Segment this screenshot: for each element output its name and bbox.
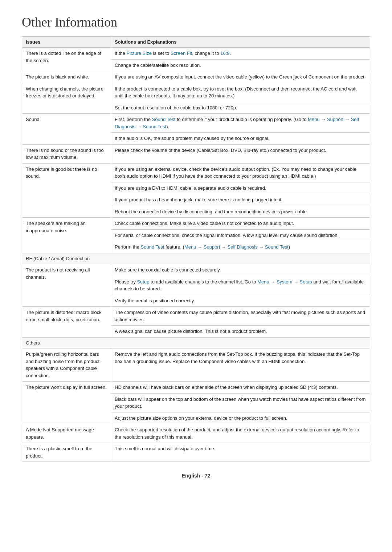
table-row: There is no sound or the sound is too lo… [22,144,370,163]
section-header-row: Others [22,337,370,348]
solution-cell: Perform the Sound Test feature. (Menu → … [111,241,370,253]
page-title: Other Information [22,15,370,30]
page-footer: English - 72 [22,473,370,479]
issue-cell: The picture won't display in full screen… [22,382,111,424]
issue-cell: The product is not receiving all channel… [22,264,111,307]
table-row: The picture is black and white.If you ar… [22,71,370,83]
solution-cell: Remove the left and right audio connecti… [111,348,370,382]
table-row: Purple/green rolling horizontal bars and… [22,348,370,382]
solution-cell: Check the supported resolution of the pr… [111,424,370,443]
issue-cell: The picture is black and white. [22,71,111,83]
solution-cell: Change the cable/satellite box resolutio… [111,59,370,71]
table-row: A Mode Not Supported message appears.Che… [22,424,370,443]
table-row: The picture is good but there is no soun… [22,163,370,182]
solution-cell: If the product is connected to a cable b… [111,83,370,102]
table-row: There is a plastic smell from the produc… [22,443,370,462]
table-row: The picture won't display in full screen… [22,382,370,394]
solution-cell: Adjust the picture size options on your … [111,412,370,424]
issue-cell: The picture is good but there is no soun… [22,163,111,218]
issues-table: Issues Solutions and Explanations There … [22,36,370,462]
solution-cell: If you are using a DVI to HDMI cable, a … [111,182,370,194]
solution-cell: Set the output resolution of the cable b… [111,102,370,114]
table-row: The picture is distorted: macro block er… [22,307,370,326]
solution-cell: This smell is normal and will dissipate … [111,443,370,462]
solution-cell: Please check the volume of the device (C… [111,144,370,163]
issue-cell: When changing channels, the picture free… [22,83,111,114]
solution-cell: For aerial or cable connections, check t… [111,229,370,241]
solution-cell: Black bars will appear on the top and bo… [111,393,370,412]
solution-cell: If your product has a headphone jack, ma… [111,194,370,206]
issue-cell: Sound [22,114,111,145]
solution-cell: Make sure the coaxial cable is connected… [111,264,370,276]
solution-cell: The compression of video contents may ca… [111,307,370,326]
col-header-solutions: Solutions and Explanations [111,37,370,48]
table-row: When changing channels, the picture free… [22,83,370,102]
section-header-label: Others [22,337,370,348]
table-row: There is a dotted line on the edge of th… [22,48,370,60]
section-header-label: RF (Cable / Aerial) Connection [22,253,370,264]
section-header-row: RF (Cable / Aerial) Connection [22,253,370,264]
solution-cell: A weak signal can cause picture distorti… [111,326,370,338]
solution-cell: If you are using an AV composite input, … [111,71,370,83]
solution-cell: First, perform the Sound Test to determi… [111,114,370,133]
issue-cell: There is a plastic smell from the produc… [22,443,111,462]
issue-cell: Purple/green rolling horizontal bars and… [22,348,111,382]
table-row: The speakers are making an inappropriate… [22,218,370,230]
solution-cell: Reboot the connected device by disconnec… [111,206,370,218]
issue-cell: There is no sound or the sound is too lo… [22,144,111,163]
issue-cell: The picture is distorted: macro block er… [22,307,111,338]
issue-cell: A Mode Not Supported message appears. [22,424,111,443]
solution-cell: If the Picture Size is set to Screen Fit… [111,48,370,60]
issue-cell: The speakers are making an inappropriate… [22,218,111,253]
solution-cell: If you are using an external device, che… [111,163,370,182]
col-header-issues: Issues [22,37,111,48]
solution-cell: HD channels will have black bars on eith… [111,382,370,394]
solution-cell: Check cable connections. Make sure a vid… [111,218,370,230]
table-row: The product is not receiving all channel… [22,264,370,276]
solution-cell: Please try Setup to add available channe… [111,276,370,295]
table-row: SoundFirst, perform the Sound Test to de… [22,114,370,133]
issue-cell: There is a dotted line on the edge of th… [22,48,111,71]
solution-cell: If the audio is OK, the sound problem ma… [111,133,370,145]
solution-cell: Verify the aerial is positioned correctl… [111,295,370,307]
